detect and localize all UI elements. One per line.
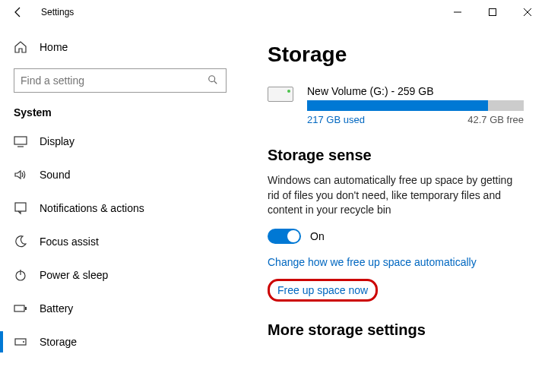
svg-rect-2	[14, 137, 27, 144]
moon-icon	[14, 235, 27, 248]
sidebar-item-label: Display	[40, 135, 74, 147]
window-title: Settings	[36, 7, 440, 17]
storage-sense-description: Windows can automatically free up space …	[268, 173, 524, 218]
volume-name: New Volume (G:) - 259 GB	[307, 85, 524, 97]
sidebar-item-sound[interactable]: Sound	[0, 158, 240, 191]
minimize-button[interactable]	[440, 0, 475, 24]
sidebar-item-home[interactable]: Home	[14, 32, 227, 62]
more-storage-settings-title: More storage settings	[268, 321, 524, 339]
home-icon	[14, 40, 27, 54]
close-button[interactable]	[510, 0, 545, 24]
power-icon	[14, 268, 27, 282]
sidebar-item-label: Power & sleep	[40, 269, 108, 281]
svg-rect-6	[25, 307, 27, 310]
home-label: Home	[40, 41, 68, 53]
search-icon	[208, 74, 220, 87]
arrow-left-icon	[12, 6, 24, 18]
free-up-now-link[interactable]: Free up space now	[277, 284, 368, 296]
maximize-icon	[489, 8, 496, 16]
sound-icon	[14, 168, 27, 182]
storage-sense-title: Storage sense	[268, 147, 524, 164]
storage-sense-toggle-label: On	[310, 230, 325, 242]
storage-progress-fill	[307, 100, 488, 111]
volume-row[interactable]: New Volume (G:) - 259 GB 217 GB used 42.…	[268, 85, 524, 125]
storage-progress	[307, 100, 524, 111]
sidebar-item-storage[interactable]: Storage	[0, 325, 240, 359]
storage-sense-toggle[interactable]	[268, 229, 301, 244]
svg-rect-5	[14, 305, 24, 311]
search-box[interactable]	[14, 68, 227, 93]
sidebar-item-notifications[interactable]: Notifications & actions	[0, 191, 240, 225]
notifications-icon	[14, 201, 27, 215]
sidebar-item-label: Storage	[40, 336, 77, 348]
svg-point-8	[23, 341, 24, 343]
svg-rect-0	[490, 9, 496, 16]
sidebar-category: System	[14, 106, 227, 119]
minimize-icon	[454, 8, 461, 16]
maximize-button[interactable]	[475, 0, 510, 24]
sidebar-item-focus-assist[interactable]: Focus assist	[0, 225, 240, 258]
search-input[interactable]	[21, 74, 208, 87]
sidebar-item-label: Sound	[40, 169, 70, 181]
svg-rect-3	[15, 203, 26, 211]
battery-icon	[14, 302, 27, 315]
sidebar-item-display[interactable]: Display	[0, 125, 240, 158]
sidebar-item-label: Focus assist	[40, 236, 99, 248]
sidebar-item-label: Battery	[40, 302, 73, 315]
storage-used-link[interactable]: 217 GB used	[307, 114, 365, 125]
sidebar-item-power-sleep[interactable]: Power & sleep	[0, 258, 240, 292]
display-icon	[14, 134, 27, 148]
page-title: Storage	[268, 43, 524, 67]
storage-icon	[14, 335, 27, 349]
drive-icon	[268, 87, 293, 102]
change-free-up-link[interactable]: Change how we free up space automaticall…	[268, 256, 477, 268]
back-button[interactable]	[0, 0, 36, 24]
storage-free-label: 42.7 GB free	[467, 114, 524, 125]
close-icon	[524, 8, 531, 16]
svg-point-1	[209, 76, 215, 82]
sidebar-item-label: Notifications & actions	[40, 202, 144, 214]
free-up-now-highlight: Free up space now	[268, 279, 378, 302]
sidebar-item-battery[interactable]: Battery	[0, 292, 240, 325]
